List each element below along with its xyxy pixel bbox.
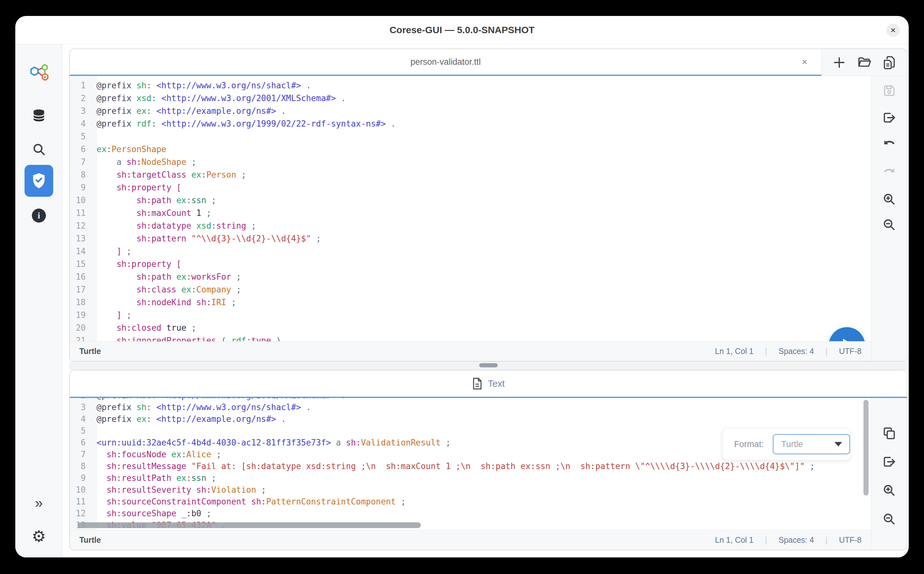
open-file-button[interactable] [857, 55, 872, 70]
top-status-bar: Turtle Ln 1, Col 1 | Spaces: 4 | UTF-8 [70, 341, 871, 361]
shacl-code-editor[interactable]: 1@prefix sh: <http://www.w3.org/ns/shacl… [70, 76, 871, 341]
code-line[interactable]: 12 sh:sourceShape _:b0 ; [70, 507, 871, 519]
vertical-scrollbar[interactable] [863, 400, 869, 495]
tab-close-icon[interactable]: × [801, 49, 808, 75]
code-line[interactable]: 15 sh:property [ [70, 258, 871, 270]
code-line[interactable]: 10 sh:path ex:ssn ; [70, 194, 871, 207]
indentation-setting[interactable]: Spaces: 4 [778, 535, 814, 545]
line-number: 17 [70, 285, 91, 294]
sidebar: i » ⚙ [15, 44, 63, 557]
tab-person-validator[interactable]: person-validator.ttl × [70, 49, 822, 76]
export-results-button[interactable] [882, 454, 897, 469]
code-line[interactable]: 19 ] ; [70, 309, 871, 322]
code-line[interactable]: 7 a sh:NodeShape ; [70, 156, 871, 169]
code-line[interactable]: 21 sh:ignoredProperties ( rdf:type ) [70, 334, 871, 341]
line-number: 21 [70, 336, 91, 341]
line-content: sh:sourceShape _:b0 ; [91, 509, 211, 518]
copy-file-button[interactable] [882, 55, 897, 70]
shacl-editor-pane: person-validator.ttl × [69, 49, 907, 362]
zoom-in-button[interactable] [882, 192, 897, 207]
line-content: sh:pattern "^\\d{3}-\\d{2}-\\d{4}$" ; [91, 234, 321, 243]
encoding-setting[interactable]: UTF-8 [839, 535, 861, 545]
expand-sidebar-button[interactable]: » [15, 495, 63, 511]
line-number: 10 [70, 485, 91, 495]
search-icon[interactable] [32, 142, 46, 156]
code-line[interactable]: 13 sh:pattern "^\\d{3}-\\d{2}-\\d{4}$" ; [70, 232, 871, 245]
code-line[interactable]: 11 sh:maxCount 1 ; [70, 207, 871, 219]
format-dropdown[interactable]: Turtle [773, 434, 850, 454]
zoom-in-icon [882, 192, 896, 206]
code-line[interactable]: 16 sh:path ex:worksFor ; [70, 270, 871, 283]
code-line[interactable]: 5 [70, 130, 871, 143]
code-line[interactable]: 9 sh:property [ [70, 181, 871, 194]
code-line[interactable]: 2@prefix xsd: <http://www.w3.org/2001/XM… [70, 398, 871, 401]
export-button[interactable] [882, 110, 897, 125]
top-tab-bar: person-validator.ttl × [70, 49, 907, 76]
line-content: sh:property [ [91, 259, 181, 269]
code-line[interactable]: 10 sh:resultSeverity sh:Violation ; [70, 484, 871, 495]
code-line[interactable]: 8 sh:targetClass ex:Person ; [70, 169, 871, 181]
line-content: sh:closed true ; [91, 323, 196, 333]
code-line[interactable]: 18 sh:nodeKind sh:IRI ; [70, 296, 871, 309]
redo-icon [882, 166, 897, 180]
code-line[interactable]: 4@prefix ex: <http://example.org/ns#> . [70, 413, 871, 425]
line-number: 20 [70, 323, 91, 333]
indentation-setting[interactable]: Spaces: 4 [778, 347, 814, 356]
line-content: ex:PersonShape [91, 145, 166, 154]
code-line[interactable]: 2@prefix xsd: <http://www.w3.org/2001/XM… [70, 92, 871, 105]
pane-splitter[interactable] [69, 362, 907, 370]
validation-tab-active[interactable] [25, 165, 53, 197]
code-line[interactable]: 17 sh:class ex:Company ; [70, 283, 871, 296]
save-button[interactable] [882, 83, 897, 98]
status-divider: | [825, 535, 828, 545]
line-content: sh:property [ [91, 183, 181, 192]
new-file-button[interactable] [831, 55, 847, 70]
line-number: 8 [70, 461, 91, 471]
window-close-button[interactable]: × [886, 24, 900, 37]
line-number: 10 [70, 196, 91, 205]
code-line[interactable]: 6ex:PersonShape [70, 143, 871, 156]
settings-gear-icon[interactable]: ⚙ [15, 527, 63, 545]
zoom-out-button[interactable] [882, 512, 897, 527]
syntax-mode-label: Turtle [79, 347, 101, 356]
results-tab-text[interactable]: Text [70, 371, 907, 398]
line-content: @prefix sh: <http://www.w3.org/ns/shacl#… [91, 81, 311, 90]
app-window: Corese-GUI — 5.0.0-SNAPSHOT × [15, 16, 909, 557]
line-content: @prefix sh: <http://www.w3.org/ns/shacl#… [91, 402, 311, 412]
zoom-in-button[interactable] [882, 483, 897, 498]
line-number: 2 [70, 398, 91, 400]
line-number: 5 [70, 426, 91, 435]
file-toolbar [822, 49, 907, 76]
code-line[interactable]: 14 ] ; [70, 245, 871, 258]
undo-button[interactable] [882, 137, 897, 152]
line-number: 1 [70, 81, 91, 90]
code-line[interactable]: 11 sh:sourceConstraintComponent sh:Patte… [70, 495, 871, 507]
code-line[interactable]: 9 sh:resultPath ex:ssn ; [70, 472, 871, 484]
code-line[interactable]: 1@prefix sh: <http://www.w3.org/ns/shacl… [70, 79, 871, 92]
horizontal-scrollbar[interactable] [77, 522, 421, 528]
line-number: 4 [70, 119, 91, 129]
line-number: 9 [70, 473, 91, 483]
copy-results-button[interactable] [882, 426, 897, 440]
zoom-out-button[interactable] [882, 218, 897, 232]
info-icon[interactable]: i [32, 208, 46, 222]
gear-glyph: ⚙ [32, 527, 46, 546]
redo-button[interactable] [882, 166, 897, 180]
code-line[interactable]: 8 sh:resultMessage "Fail at: [sh:datatyp… [70, 460, 871, 472]
code-line[interactable]: 20 sh:closed true ; [70, 322, 871, 334]
code-line[interactable]: 4@prefix rdf: <http://www.w3.org/1999/02… [70, 117, 871, 130]
code-line[interactable]: 3@prefix ex: <http://example.org/ns#> . [70, 105, 871, 117]
line-number: 11 [70, 497, 91, 506]
encoding-setting[interactable]: UTF-8 [839, 347, 861, 356]
close-icon: × [891, 25, 896, 35]
line-number: 15 [70, 259, 91, 269]
splitter-drag-handle[interactable] [479, 363, 498, 367]
results-code-editor[interactable]: 2@prefix xsd: <http://www.w3.org/2001/XM… [70, 398, 871, 530]
code-line[interactable]: 12 sh:datatype xsd:string ; [70, 219, 871, 232]
window-title: Corese-GUI — 5.0.0-SNAPSHOT [389, 25, 534, 35]
corese-logo-icon[interactable] [29, 63, 49, 83]
code-line[interactable]: 3@prefix sh: <http://www.w3.org/ns/shacl… [70, 401, 871, 413]
chevrons-right-icon: » [35, 495, 43, 511]
database-icon[interactable] [32, 109, 46, 123]
line-content: sh:focusNode ex:Alice ; [91, 449, 221, 459]
